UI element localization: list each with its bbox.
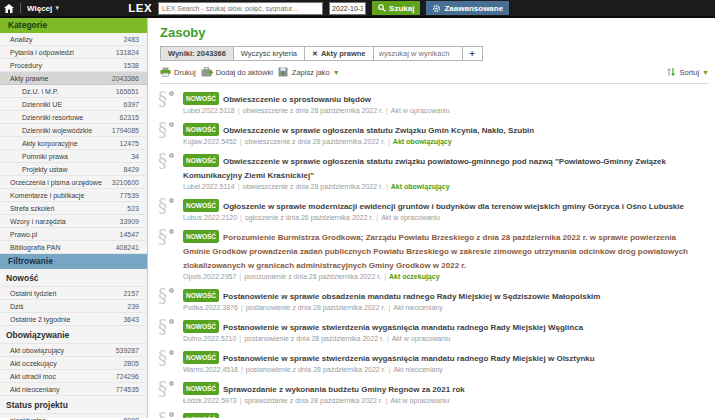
print-button-label: Drukuj: [174, 68, 196, 77]
result-doc-info: postanowienie z dnia 28 października 202…: [246, 366, 386, 373]
more-menu[interactable]: Więcej ▼: [27, 4, 60, 13]
sidebar-item[interactable]: Ostatnie 2 tygodnie3643: [0, 313, 147, 326]
result-reference: Lubus.2022.2120: [183, 214, 237, 221]
clear-criteria-label: Wyczyść kryteria: [241, 49, 297, 58]
sidebar-item[interactable]: Akt nieoceniany774535: [0, 383, 147, 396]
result-title[interactable]: Ogłoszenie w sprawie modernizacji ewiden…: [223, 202, 684, 211]
global-search-input[interactable]: [158, 2, 323, 15]
result-row[interactable]: §NOWOŚĆObwieszczenie w sprawie ogłoszeni…: [158, 122, 709, 145]
sidebar-item[interactable]: Wzory i narzędzia33909: [0, 215, 147, 228]
filter-chip-akty-prawne[interactable]: ✕ Akty prawne: [304, 46, 373, 61]
results-list: §NOWOŚĆObwieszczenie o sprostowaniu błęd…: [158, 91, 709, 418]
print-button[interactable]: Drukuj: [160, 67, 196, 77]
result-row[interactable]: §NOWOŚĆPorozumienie Burmistrza Grodkowa;…: [158, 229, 709, 280]
result-title[interactable]: Postanowienie w sprawie stwierdzenia wyg…: [223, 323, 583, 332]
sidebar-item[interactable]: Akt obowiązujący539287: [0, 344, 147, 357]
sidebar-item[interactable]: Strefa szkoleń523: [0, 202, 147, 215]
result-title-line: NOWOŚĆPostanowienie w sprawie stwierdzen…: [183, 319, 705, 333]
sidebar-item-label: Akt oczekujący: [10, 360, 57, 367]
sidebar-item[interactable]: Bibliografia PAN408241: [0, 241, 147, 254]
search-button[interactable]: Szukaj: [372, 1, 420, 15]
result-row[interactable]: §NOWOŚĆObwieszczenie w sprawie ogłoszeni…: [158, 153, 709, 190]
sidebar-item-count: 523: [127, 205, 139, 212]
sidebar-item-count: 3210600: [112, 179, 139, 186]
date-input[interactable]: [329, 2, 366, 15]
briefcase-icon: [201, 67, 213, 77]
sort-button[interactable]: Sortuj ▼: [666, 67, 709, 77]
separator: |: [386, 183, 388, 190]
gear-badge-icon: [169, 198, 174, 203]
sidebar-item[interactable]: Projekty ustaw8429: [0, 163, 147, 176]
filtering-header: Filtrowanie: [0, 254, 147, 269]
result-reference: Lubel.2022.5114: [183, 183, 235, 190]
sidebar-item[interactable]: nieaktualne8098: [0, 414, 147, 420]
sidebar-item-label: Analizy: [10, 36, 33, 43]
result-status-link[interactable]: Akt oczekujący: [389, 273, 440, 280]
result-title[interactable]: Obwieszczenie w sprawie ogłoszenia statu…: [223, 126, 534, 135]
result-reference: Warmi.2022.4518: [183, 366, 238, 373]
result-title[interactable]: Obwieszczenie w sprawie ogłoszenia statu…: [183, 157, 666, 180]
result-body: NOWOŚĆObwieszczenie o sprostowaniu błędó…: [183, 91, 709, 114]
result-title[interactable]: Postanowienie w sprawie obsadzenia manda…: [223, 292, 600, 301]
sidebar-item[interactable]: Akty prawne2043366: [0, 72, 147, 85]
new-badge: NOWOŚĆ: [183, 320, 219, 333]
sidebar-item[interactable]: Dz.U. i M.P.165651: [0, 85, 147, 98]
sidebar-item[interactable]: Pomniki prawa34: [0, 150, 147, 163]
close-icon[interactable]: ✕: [312, 50, 318, 58]
result-meta: Warmi.2022.4518|postanowienie z dnia 28 …: [183, 366, 705, 373]
sidebar-item[interactable]: Pytania i odpowiedzi131824: [0, 46, 147, 59]
result-title-line: NOWOŚĆObwieszczenie w sprawie ogłoszenia…: [183, 153, 705, 181]
add-criteria-button[interactable]: +: [462, 46, 483, 61]
result-row[interactable]: §NOWOŚĆSprawozdanie z wykonania budżetu …: [158, 381, 709, 404]
sidebar-item[interactable]: Dzienniki wojewódzkie1794085: [0, 124, 147, 137]
search-in-results-input[interactable]: [373, 46, 463, 61]
result-title[interactable]: Postanowienie w sprawie stwierdzenia wyg…: [223, 354, 595, 363]
home-button[interactable]: [4, 4, 14, 13]
result-row[interactable]: §NOWOŚĆUchwała w sprawie dokonania zmian…: [158, 412, 709, 418]
sidebar-item-count: 14547: [120, 231, 139, 238]
sidebar-item[interactable]: Orzeczenia i pisma urzędowe3210600: [0, 176, 147, 189]
sidebar-item[interactable]: Komentarze i publikacje77539: [0, 189, 147, 202]
result-row[interactable]: §NOWOŚĆPostanowienie w sprawie stwierdze…: [158, 319, 709, 342]
result-status-link[interactable]: Akt obowiązujący: [391, 183, 450, 190]
sidebar-item[interactable]: Analizy2483: [0, 33, 147, 46]
result-title[interactable]: Uchwała w sprawie dokonania zmian budżet…: [223, 416, 470, 418]
new-badge: NOWOŚĆ: [183, 92, 219, 105]
sidebar-item[interactable]: Akt utracił moc724296: [0, 370, 147, 383]
save-as-button[interactable]: Zapisz jako ▼: [278, 67, 340, 77]
sidebar-item-count: 62315: [120, 114, 139, 121]
result-title[interactable]: Sprawozdanie z wykonania budżetu Gminy R…: [223, 385, 465, 394]
result-row[interactable]: §NOWOŚĆPostanowienie w sprawie stwierdze…: [158, 350, 709, 373]
sidebar-item[interactable]: Prawo.pl14547: [0, 228, 147, 241]
sidebar-item-count: 1538: [123, 62, 139, 69]
clear-criteria-button[interactable]: Wyczyść kryteria: [233, 46, 305, 61]
gear-badge-icon: [169, 381, 174, 386]
sidebar-item[interactable]: Akty korporacyjne12475: [0, 137, 147, 150]
gear-badge-icon: [169, 350, 174, 355]
result-row[interactable]: §NOWOŚĆObwieszczenie o sprostowaniu błęd…: [158, 91, 709, 114]
sidebar-item[interactable]: Akt oczekujący2805: [0, 357, 147, 370]
result-row[interactable]: §NOWOŚĆPostanowienie w sprawie obsadzeni…: [158, 288, 709, 311]
sidebar-item-count: 539287: [116, 347, 139, 354]
advanced-button[interactable]: Zaawansowane: [426, 1, 509, 15]
sidebar-item[interactable]: Procedury1538: [0, 59, 147, 72]
sidebar-item[interactable]: Dziś239: [0, 300, 147, 313]
results-count-tab[interactable]: Wyniki: 2043366: [160, 46, 234, 61]
sidebar-item-label: Orzeczenia i pisma urzędowe: [10, 179, 102, 186]
result-title[interactable]: Obwieszczenie o sprostowaniu błędów: [223, 95, 371, 104]
filter-section-title: Nowość: [0, 269, 147, 287]
chevron-down-icon: ▼: [333, 69, 340, 76]
result-title[interactable]: Porozumienie Burmistrza Grodkowa; Zarząd…: [183, 233, 688, 270]
briefcase-button[interactable]: Dodaj do aktówki: [201, 67, 273, 77]
sidebar-item[interactable]: Dzienniki UE6397: [0, 98, 147, 111]
result-body: NOWOŚĆUchwała w sprawie dokonania zmian …: [183, 412, 709, 418]
result-row[interactable]: §NOWOŚĆOgłoszenie w sprawie modernizacji…: [158, 198, 709, 221]
result-status-link[interactable]: Akt obowiązujący: [393, 138, 452, 145]
result-doc-info: postanowienie z dnia 28 października 202…: [244, 335, 384, 342]
sidebar-item[interactable]: Ostatni tydzień2157: [0, 287, 147, 300]
sidebar-item-count: 2157: [123, 290, 139, 297]
sidebar-item-label: Prawo.pl: [10, 231, 37, 238]
result-body: NOWOŚĆSprawozdanie z wykonania budżetu G…: [183, 381, 709, 404]
result-meta: Podka.2022.3876|postanowienie z dnia 28 …: [183, 304, 705, 311]
sidebar-item[interactable]: Dzienniki resortowe62315: [0, 111, 147, 124]
